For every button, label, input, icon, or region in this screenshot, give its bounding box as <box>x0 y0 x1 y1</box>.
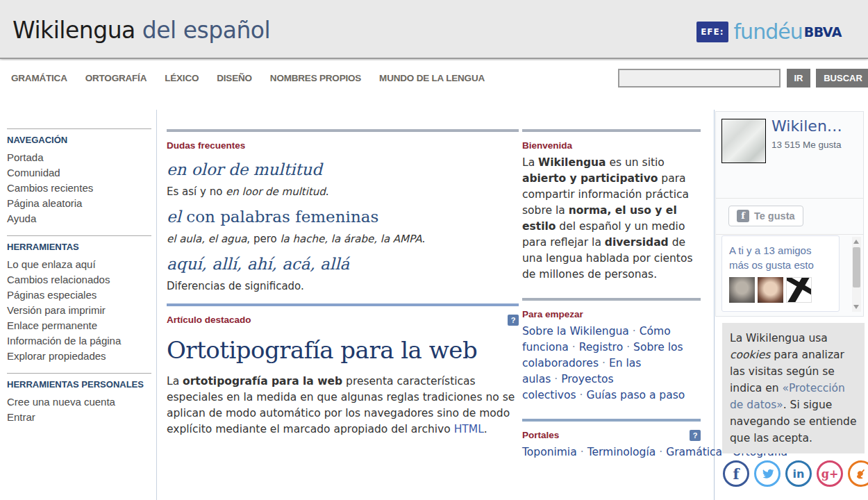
sidebar-item-pagina-aleatoria[interactable]: Página aleatoria <box>7 196 151 211</box>
featured-article-title[interactable]: Ortotipografía para la web <box>167 336 519 364</box>
sidebar-section-herramientas: HERRAMIENTAS Lo que enlaza aquí Cambios … <box>7 235 151 364</box>
dudas-frecuentes-heading: Dudas frecuentes <box>167 140 519 151</box>
articulo-destacado-heading: ? Artículo destacado <box>167 315 519 325</box>
facebook-icon: f <box>737 210 749 222</box>
nav-item-mundo-de-la-lengua[interactable]: MUNDO DE LA LENGUA <box>379 73 485 83</box>
para-empezar-heading: Para empezar <box>522 309 701 319</box>
duda-link-en-olor[interactable]: en olor de multitud <box>167 160 519 178</box>
sidebar-item-enlace-permanente[interactable]: Enlace permanente <box>7 318 151 333</box>
section-rule <box>167 129 519 132</box>
nav-item-lexico[interactable]: LÉXICO <box>165 73 199 83</box>
link-gramatica[interactable]: Gramática <box>666 446 722 458</box>
facebook-like-button[interactable]: f Te gusta <box>728 206 803 226</box>
search-area: IR BUSCAR <box>618 69 868 88</box>
left-sidebar: NAVEGACIÓN Portada Comunidad Cambios rec… <box>7 128 151 434</box>
sidebar-heading-herramientas-personales: HERRAMIENTAS PERSONALES <box>7 379 151 390</box>
facebook-page-name[interactable]: Wikilen… <box>771 117 842 135</box>
sidebar-section-herramientas-personales: HERRAMIENTAS PERSONALES Cree una nueva c… <box>7 373 151 425</box>
link-sobre-wikilengua[interactable]: Sobre la Wikilengua <box>522 325 629 338</box>
site-header: Wikilengua del español EFE: fundéu BBVA <box>0 0 868 59</box>
search-input[interactable] <box>618 69 781 88</box>
scroll-down-icon[interactable] <box>853 305 859 309</box>
googleplus-icon[interactable]: g+ <box>817 460 843 487</box>
html-link[interactable]: HTML <box>454 423 484 435</box>
help-icon[interactable]: ? <box>690 430 701 441</box>
link-guias-paso[interactable]: Guías paso a paso <box>586 389 685 401</box>
featured-article-body: La ortotipografía para la web presenta c… <box>167 374 519 438</box>
nav-item-ortografia[interactable]: ORTOGRAFÍA <box>85 73 147 83</box>
sidebar-item-lo-que-enlaza[interactable]: Lo que enlaza aquí <box>7 257 151 272</box>
right-sidebar: Wikilen… 13 515 Me gusta f Te gusta A ti… <box>715 110 868 500</box>
bbva-wordmark: BBVA <box>804 24 842 40</box>
left-column-divider <box>156 110 157 500</box>
friend-avatar[interactable] <box>786 277 812 303</box>
cookies-notice: La Wikilengua usa cookies para analizar … <box>722 323 865 453</box>
fundeu-bbva-logo[interactable]: EFE: fundéu BBVA <box>696 19 842 44</box>
facebook-page-header: Wikilen… 13 515 Me gusta <box>716 112 863 199</box>
site-title-link[interactable]: Wikilengua del español <box>12 17 270 44</box>
site-title-primary: Wikilengua <box>12 17 142 44</box>
fundeu-wordmark: fundéu <box>734 19 803 44</box>
duda-desc: Diferencias de significado. <box>167 280 519 292</box>
sidebar-heading-herramientas: HERRAMIENTAS <box>7 242 151 252</box>
portales-links: Toponimia·Terminología·Gramática·Ortogra… <box>522 444 701 460</box>
facebook-like-box: Wikilen… 13 515 Me gusta f Te gusta A ti… <box>715 111 864 317</box>
link-terminologia[interactable]: Terminología <box>587 446 656 458</box>
sidebar-item-paginas-especiales[interactable]: Páginas especiales <box>7 288 151 303</box>
sidebar-item-version-imprimir[interactable]: Versión para imprimir <box>7 303 151 318</box>
facebook-like-count: 13 515 Me gusta <box>771 140 842 150</box>
scrollbar-thumb[interactable] <box>853 247 860 288</box>
twitter-icon[interactable] <box>754 460 781 487</box>
portales-heading: ? Portales <box>522 430 701 440</box>
nav-item-nombres-propios[interactable]: NOMBRES PROPIOS <box>270 73 361 83</box>
section-rule <box>522 419 701 422</box>
efe-logo: EFE: <box>696 22 728 42</box>
bienvenida-heading: Bienvenida <box>522 140 701 151</box>
nav-item-gramatica[interactable]: GRAMÁTICA <box>11 73 67 83</box>
welcome-column: Bienvenida La Wikilengua es un sitio abi… <box>522 129 701 460</box>
sidebar-item-ayuda[interactable]: Ayuda <box>7 211 151 226</box>
main-nav: GRAMÁTICA ORTOGRAFÍA LÉXICO DISEÑO NOMBR… <box>0 60 868 104</box>
link-registro[interactable]: Registro <box>579 341 623 353</box>
friend-avatar[interactable] <box>729 277 755 303</box>
sidebar-item-cambios-recientes[interactable]: Cambios recientes <box>7 181 151 196</box>
facebook-like-row: f Te gusta <box>716 199 863 235</box>
go-button[interactable]: IR <box>787 69 810 88</box>
facebook-friend-avatars <box>729 277 832 303</box>
section-rule <box>522 129 701 132</box>
section-rule <box>167 303 519 306</box>
facebook-page-avatar[interactable] <box>721 119 766 163</box>
search-button[interactable]: BUSCAR <box>816 69 868 88</box>
duda-link-aqui-alli[interactable]: aquí, allí, ahí, acá, allá <box>167 255 519 273</box>
sidebar-item-cambios-relacionados[interactable]: Cambios relacionados <box>7 272 151 288</box>
nav-menu: GRAMÁTICA ORTOGRAFÍA LÉXICO DISEÑO NOMBR… <box>11 73 485 83</box>
facebook-icon[interactable]: f <box>723 460 749 487</box>
sidebar-item-comunidad[interactable]: Comunidad <box>7 165 151 181</box>
sidebar-heading-navegacion: NAVEGACIÓN <box>7 135 151 145</box>
para-empezar-links: Sobre la Wikilengua·Cómo funciona·Regist… <box>522 324 701 403</box>
duda-link-el-femeninas[interactable]: el con palabras femeninas <box>167 208 519 226</box>
main-column: Dudas frecuentes en olor de multitud Es … <box>167 129 519 438</box>
facebook-widget-scrollbar[interactable] <box>852 237 861 312</box>
sidebar-section-navegacion: NAVEGACIÓN Portada Comunidad Cambios rec… <box>7 128 151 226</box>
nav-item-diseno[interactable]: DISEÑO <box>217 73 252 83</box>
section-rule <box>522 298 701 301</box>
sidebar-item-entrar[interactable]: Entrar <box>7 410 151 425</box>
sidebar-item-informacion-pagina[interactable]: Información de la página <box>7 333 151 349</box>
sidebar-item-explorar-propiedades[interactable]: Explorar propiedades <box>7 349 151 364</box>
facebook-friends-text: A ti y a 13 amigos más os gusta esto <box>729 243 832 272</box>
duda-desc: el aula, el agua, pero la hache, la árab… <box>167 233 519 245</box>
social-icons-row: f in g+ <box>723 460 868 487</box>
help-icon[interactable]: ? <box>508 315 519 326</box>
linkedin-icon[interactable]: in <box>785 460 812 487</box>
link-toponimia[interactable]: Toponimia <box>522 446 577 458</box>
facebook-friends-card: A ti y a 13 amigos más os gusta esto <box>721 235 840 312</box>
friend-avatar[interactable] <box>758 277 783 303</box>
wikilengua-icon[interactable] <box>848 460 868 487</box>
scroll-up-icon[interactable] <box>853 240 859 244</box>
site-title-secondary: del español <box>142 17 270 44</box>
duda-desc: Es así y no en loor de multitud. <box>167 185 519 198</box>
sidebar-item-crear-cuenta[interactable]: Cree una nueva cuenta <box>7 394 151 410</box>
wikilengua-homepage: Wikilengua del español EFE: fundéu BBVA … <box>0 0 868 500</box>
sidebar-item-portada[interactable]: Portada <box>7 150 151 165</box>
